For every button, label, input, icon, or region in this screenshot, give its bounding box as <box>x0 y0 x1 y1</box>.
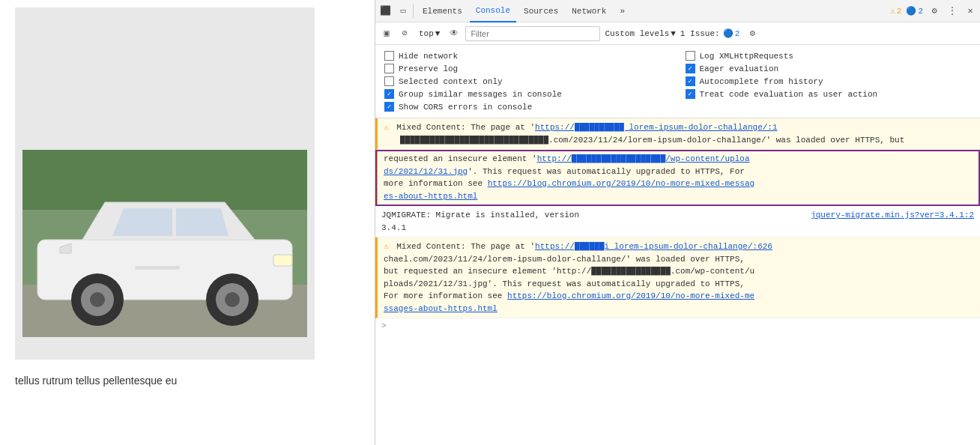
eager-eval-label: Eager evaluation <box>700 64 779 73</box>
devtools-topbar: ⬛ ▭ Elements Console Sources Network » ⚠… <box>375 0 980 22</box>
eye-icon[interactable]: 👁 <box>447 27 461 40</box>
setting-preserve-log: Preserve log <box>384 64 671 73</box>
settings-panel: Hide network Log XMLHttpRequests Preserv… <box>375 45 980 118</box>
setting-autocomplete: Autocomplete from history <box>686 76 972 86</box>
message-link-3b[interactable]: https://blog.chromium.org/2019/10/no-mor… <box>384 291 754 313</box>
message-text-1: Mixed Content: The page at 'https://████… <box>384 123 904 145</box>
hide-network-label: Hide network <box>399 52 458 61</box>
svg-rect-11 <box>273 255 292 266</box>
close-devtools-icon[interactable]: ✕ <box>964 4 977 18</box>
webpage-content: tellus rutrum tellus pellentesque eu <box>0 0 375 445</box>
prompt-chevron-icon: > <box>381 321 387 330</box>
context-selector[interactable]: top ▼ <box>416 28 443 40</box>
setting-selected-context: Selected context only <box>384 76 671 86</box>
error-count-badge: 🔵 2 <box>906 6 923 16</box>
topbar-right: ⚠ 2 🔵 2 ⚙ ⋮ ✕ <box>890 4 977 18</box>
clear-console-icon[interactable]: ⊘ <box>398 27 411 40</box>
selected-context-checkbox[interactable] <box>384 76 394 86</box>
inspect-icon[interactable]: ⬛ <box>378 4 392 18</box>
issue-square-icon: 🔵 <box>723 28 734 38</box>
sidebar-toggle-icon[interactable]: ▣ <box>380 27 393 40</box>
custom-levels-label: Custom levels <box>605 29 669 38</box>
message-link-1[interactable]: https://██████████ lorem-ipsum-dolor-cha… <box>535 123 777 132</box>
show-cors-label: Show CORS errors in console <box>399 103 532 112</box>
preserve-log-checkbox[interactable] <box>384 64 394 73</box>
console-prompt: > <box>375 318 980 333</box>
custom-levels-chevron-icon: ▼ <box>671 29 676 38</box>
devtools-panel: ⬛ ▭ Elements Console Sources Network » ⚠… <box>375 0 980 445</box>
group-similar-checkbox[interactable] <box>384 89 394 99</box>
warning-count-badge: ⚠ 2 <box>890 6 901 16</box>
issue-count-badge: 🔵 2 <box>723 28 740 38</box>
error-count: 2 <box>918 7 923 16</box>
setting-show-cors: Show CORS errors in console <box>384 102 671 112</box>
message-link-2a[interactable]: http://███████████████████/wp-content/up… <box>384 154 750 176</box>
selected-context-label: Selected context only <box>399 77 503 86</box>
setting-log-xmlhttp: Log XMLHttpRequests <box>686 51 972 61</box>
console-message-warning1: ⚠ Mixed Content: The page at 'https://██… <box>375 118 980 150</box>
hide-network-checkbox[interactable] <box>384 51 394 61</box>
tab-network[interactable]: Network <box>566 0 612 22</box>
page-bottom-text: tellus rutrum tellus pellentesque eu <box>0 367 375 394</box>
svg-rect-12 <box>135 266 180 270</box>
preserve-log-label: Preserve log <box>399 64 458 73</box>
show-cors-checkbox[interactable] <box>384 102 394 112</box>
filter-input[interactable] <box>465 26 600 41</box>
warning-icon-3: ⚠ <box>384 242 389 251</box>
console-message-warning3: ⚠ Mixed Content: The page at 'https://██… <box>375 237 980 318</box>
tab-more[interactable]: » <box>614 0 631 22</box>
log-xmlhttp-checkbox[interactable] <box>686 51 695 61</box>
tab-console[interactable]: Console <box>470 0 516 22</box>
mobile-icon[interactable]: ▭ <box>396 4 410 18</box>
issue-count-number: 2 <box>735 29 740 38</box>
devtools-tabs: Elements Console Sources Network » <box>417 0 631 22</box>
jqmigrate-link[interactable]: jquery-migrate.min.js?ver=3.4.1:2 <box>811 209 974 222</box>
group-similar-label: Group similar messages in console <box>399 90 562 99</box>
svg-point-10 <box>225 292 240 307</box>
setting-treat-code-eval: Treat code evaluation as user action <box>686 89 972 99</box>
console-toolbar: ▣ ⊘ top ▼ 👁 Custom levels ▼ 1 Issue: 🔵 2… <box>375 22 980 45</box>
tab-elements[interactable]: Elements <box>417 0 468 22</box>
warning-count: 2 <box>897 7 902 16</box>
warning-triangle-icon: ⚠ <box>890 6 895 16</box>
settings-gear-icon[interactable]: ⚙ <box>928 4 941 18</box>
setting-hide-network: Hide network <box>384 51 671 61</box>
svg-point-7 <box>90 292 105 307</box>
treat-code-eval-label: Treat code evaluation as user action <box>700 90 878 99</box>
eager-eval-checkbox[interactable] <box>686 64 695 73</box>
tab-sources[interactable]: Sources <box>518 0 564 22</box>
context-chevron-icon: ▼ <box>435 29 441 38</box>
message-link-2b[interactable]: https://blog.chromium.org/2019/10/no-mor… <box>384 179 754 201</box>
devtools-icons: ⬛ ▭ <box>378 4 414 18</box>
console-output[interactable]: ⚠ Mixed Content: The page at 'https://██… <box>375 118 980 445</box>
autocomplete-label: Autocomplete from history <box>700 77 823 86</box>
message-link-3a[interactable]: https://██████i lorem-ipsum-dolor-challa… <box>535 242 772 251</box>
message-text-2: requested an insecure element 'http://██… <box>384 154 754 201</box>
context-label: top <box>419 29 434 38</box>
autocomplete-checkbox[interactable] <box>686 76 695 86</box>
more-options-icon[interactable]: ⋮ <box>946 4 959 18</box>
message-text-3: JQMIGRATE: Migrate is installed, version… <box>381 211 589 232</box>
setting-eager-eval: Eager evaluation <box>686 64 972 73</box>
issue-label: 1 Issue: <box>680 29 720 38</box>
setting-empty <box>686 102 972 112</box>
message-text-4: Mixed Content: The page at 'https://████… <box>384 242 772 313</box>
car-image <box>15 7 315 360</box>
console-message-jqmigrate: JQMIGRATE: Migrate is installed, version… <box>375 206 980 237</box>
log-xmlhttp-label: Log XMLHttpRequests <box>700 52 793 61</box>
setting-group-similar: Group similar messages in console <box>384 89 671 99</box>
treat-code-eval-checkbox[interactable] <box>686 89 695 99</box>
warning-icon-1: ⚠ <box>384 123 389 132</box>
console-message-warning2-selected: requested an insecure element 'http://██… <box>375 150 980 206</box>
issue-info: 1 Issue: 🔵 2 <box>680 28 739 38</box>
error-square-icon: 🔵 <box>906 6 916 16</box>
console-gear-icon[interactable]: ⚙ <box>745 27 759 40</box>
custom-levels-dropdown[interactable]: Custom levels ▼ <box>605 29 675 38</box>
